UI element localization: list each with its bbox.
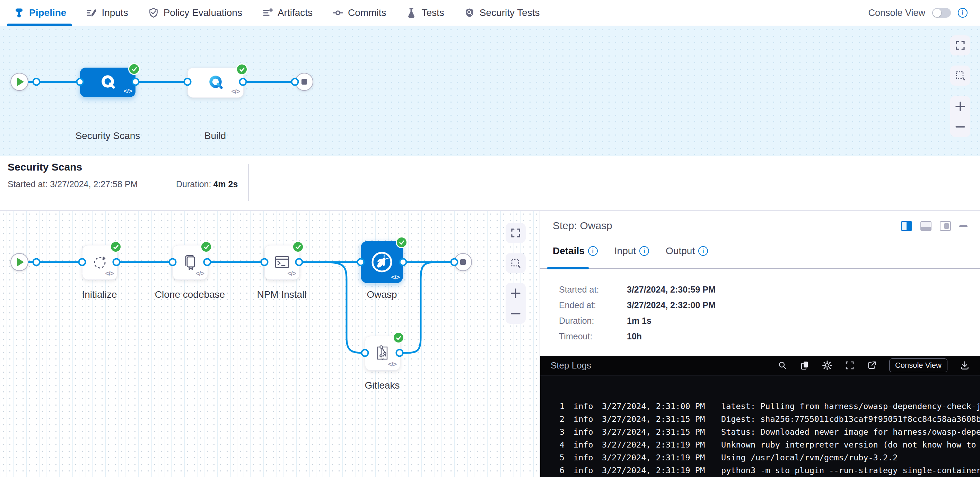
details-info-icon[interactable]: i <box>588 246 598 256</box>
step-node-clone-codebase[interactable]: </> <box>173 245 208 280</box>
sync-icon <box>91 254 109 271</box>
step-panel-tabs: Details i Input i Output i <box>553 246 708 257</box>
log-line: 2info3/27/2024, 2:31:15 PMDigest: sha256… <box>540 413 980 425</box>
stop-icon <box>460 259 466 265</box>
stop-icon <box>301 79 307 85</box>
success-badge-icon <box>128 63 140 75</box>
port <box>295 258 303 266</box>
zoom-out-button[interactable] <box>511 308 521 319</box>
stage-title: Security Scans <box>8 161 82 173</box>
download-icon[interactable] <box>960 361 970 370</box>
tab-label: Tests <box>422 7 444 18</box>
port <box>399 258 407 266</box>
active-tab-underline <box>547 267 589 270</box>
fullscreen-button[interactable] <box>506 223 526 243</box>
tab-security-tests[interactable]: Security Tests <box>465 0 540 26</box>
tabs-divider <box>540 268 980 269</box>
port <box>239 78 247 86</box>
play-icon <box>18 258 24 266</box>
tab-label: Artifacts <box>278 7 313 18</box>
tab-input[interactable]: Input i <box>614 246 649 257</box>
open-in-new-icon[interactable] <box>867 361 877 370</box>
console-view-toggle[interactable] <box>932 8 951 18</box>
tab-inputs[interactable]: Inputs <box>86 0 128 26</box>
stage-start-node[interactable] <box>10 73 29 91</box>
marquee-select-button[interactable] <box>950 65 970 86</box>
tab-pipeline[interactable]: Pipeline <box>14 0 66 26</box>
zoom-out-button[interactable] <box>955 122 966 132</box>
execution-graph-canvas[interactable]: </> Initialize </> Clone codebase </> NP… <box>0 211 540 477</box>
fullscreen-button[interactable] <box>950 35 970 56</box>
zoom-in-button[interactable] <box>511 288 521 298</box>
exec-start-node[interactable] <box>10 253 29 271</box>
log-line: 5info3/27/2024, 2:31:19 PMUsing /usr/loc… <box>540 451 980 464</box>
stage-node-build[interactable]: </> <box>188 68 243 98</box>
step-details-panel: Step: Owasp Details i Input i Output i <box>540 211 980 477</box>
step-label: Owasp <box>367 289 397 300</box>
log-line: 3info3/27/2024, 2:31:15 PMStatus: Downlo… <box>540 425 980 438</box>
search-icon[interactable] <box>778 361 788 370</box>
duration-value: 4m 2s <box>213 179 238 189</box>
stage-node-security-scans[interactable]: </> <box>80 68 135 97</box>
tab-details[interactable]: Details i <box>553 246 598 257</box>
input-info-icon[interactable]: i <box>640 246 649 256</box>
console-view-info-icon[interactable]: i <box>958 8 967 18</box>
success-badge-icon <box>292 241 304 253</box>
tab-output[interactable]: Output i <box>666 246 708 257</box>
edge <box>243 81 296 83</box>
tab-artifacts[interactable]: Artifacts <box>262 0 313 26</box>
detail-row: Ended at:3/27/2024, 2:32:00 PM <box>559 297 716 313</box>
log-lines: 1info3/27/2024, 2:31:00 PMlatest: Pullin… <box>540 375 980 477</box>
zoom-controls <box>506 283 526 324</box>
inputs-icon <box>86 8 97 18</box>
zoom-controls <box>950 96 970 137</box>
port <box>291 78 299 86</box>
top-nav: Pipeline Inputs Policy Evaluations Art <box>0 0 980 26</box>
minimize-panel-icon[interactable] <box>959 225 967 227</box>
tab-label: Commits <box>348 7 386 18</box>
tab-label: Pipeline <box>29 7 66 18</box>
port <box>450 258 458 266</box>
port <box>184 78 192 86</box>
tab-tests[interactable]: Tests <box>406 0 444 26</box>
tab-commits[interactable]: Commits <box>332 0 386 26</box>
code-template-icon: </> <box>288 270 296 277</box>
console-view-button[interactable]: Console View <box>889 359 947 372</box>
step-panel-title: Step: Owasp <box>553 220 612 231</box>
step-node-gitleaks[interactable]: </> <box>365 336 400 370</box>
shield-check-icon <box>148 8 159 18</box>
duration-label: Duration: <box>176 179 211 189</box>
log-line: 1info3/27/2024, 2:31:00 PMlatest: Pullin… <box>540 400 980 413</box>
panel-layout-controls <box>901 221 967 231</box>
shield-search-icon <box>465 8 475 18</box>
tab-policy-evaluations[interactable]: Policy Evaluations <box>148 0 242 26</box>
expand-fullscreen-icon[interactable] <box>845 361 854 370</box>
stage-graph-canvas[interactable]: </> Security Scans </> Build <box>0 26 980 156</box>
log-toolbar: Console View <box>778 359 970 372</box>
zoom-in-button[interactable] <box>955 101 966 112</box>
layout-bottom-icon[interactable] <box>920 221 931 231</box>
marquee-select-button[interactable] <box>506 253 526 273</box>
copy-icon[interactable] <box>800 361 810 370</box>
output-info-icon[interactable]: i <box>698 246 708 256</box>
step-node-npm-install[interactable]: </> <box>264 245 300 280</box>
edge <box>135 81 188 83</box>
pipeline-execution-page: Pipeline Inputs Policy Evaluations Art <box>0 0 980 477</box>
step-label: NPM Install <box>257 289 306 300</box>
nav-items: Pipeline Inputs Policy Evaluations Art <box>14 0 540 26</box>
success-badge-icon <box>393 332 404 343</box>
layout-float-icon[interactable] <box>940 221 951 231</box>
step-node-owasp[interactable]: </> <box>361 241 403 283</box>
port <box>204 258 212 266</box>
step-logs-section: Step Logs <box>540 356 980 477</box>
port <box>33 258 41 266</box>
port <box>132 78 140 86</box>
ci-scan-icon <box>99 73 117 92</box>
code-template-icon: </> <box>124 87 132 95</box>
settings-gear-icon[interactable] <box>822 360 832 370</box>
tab-label: Security Tests <box>480 7 540 18</box>
layout-right-icon[interactable] <box>901 221 912 231</box>
terminal-icon <box>273 254 291 271</box>
code-template-icon: </> <box>196 270 204 277</box>
stage-started-at: Started at: 3/27/2024, 2:27:58 PM <box>8 179 138 189</box>
